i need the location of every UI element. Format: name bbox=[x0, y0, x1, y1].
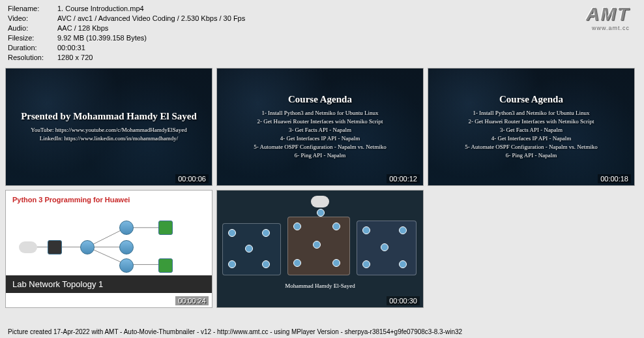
network-lines-icon bbox=[16, 211, 201, 273]
cloud-icon bbox=[19, 241, 37, 253]
timestamp-5: 00:00:30 bbox=[387, 296, 420, 305]
router-icon bbox=[158, 221, 173, 235]
thumbnail-3: Course Agenda 1- Install Python3 and Net… bbox=[428, 68, 635, 186]
duration-label: Duration: bbox=[8, 43, 57, 53]
thumbnail-1-content: Prsented by Mohammad Hamdy El Sayed YouT… bbox=[6, 69, 212, 185]
cloud-icon bbox=[311, 196, 329, 207]
network-diagram bbox=[16, 211, 201, 274]
filename-label: Filename: bbox=[8, 4, 57, 14]
thumbnail-grid: Prsented by Mohammad Hamdy El Sayed YouT… bbox=[0, 64, 644, 312]
presenter-title: Prsented by Mohammad Hamdy El Sayed bbox=[21, 111, 197, 122]
agenda-title-3: Course Agenda bbox=[499, 94, 563, 105]
agenda-item: 1- Install Python3 and Netmiko for Ubunt… bbox=[254, 109, 386, 117]
filename-value: 1. Course Introduction.mp4 bbox=[57, 4, 144, 14]
timestamp-4: 00:00:24 bbox=[175, 296, 209, 305]
topology-bar: Lab Network Topology 1 bbox=[6, 275, 212, 293]
agenda-item: 4- Get Interfaces IP API - Napalm bbox=[465, 134, 597, 143]
footer-text: Picture created 17-Apr-2022 with AMT - A… bbox=[8, 328, 462, 335]
agenda-item: 3- Get Facts API - Napalm bbox=[465, 126, 597, 134]
timestamp-1: 00:00:06 bbox=[175, 174, 209, 183]
router-icon bbox=[119, 240, 134, 254]
router-icon bbox=[80, 240, 95, 254]
thumbnail-3-content: Course Agenda 1- Install Python3 and Net… bbox=[428, 69, 634, 185]
metadata-table: Filename: 1. Course Introduction.mp4 Vid… bbox=[8, 4, 245, 63]
logo-subtext: www.amt.cc bbox=[586, 25, 630, 31]
duration-value: 00:00:31 bbox=[57, 43, 85, 53]
timestamp-2: 00:00:12 bbox=[387, 174, 420, 183]
agenda-item: 6- Ping API - Napalm bbox=[254, 151, 386, 160]
logo-text: AMT bbox=[586, 4, 630, 25]
timestamp-3: 00:00:18 bbox=[598, 174, 631, 183]
resolution-label: Resolution: bbox=[8, 53, 57, 63]
node-icon bbox=[293, 259, 301, 267]
agenda-item: 1- Install Python3 and Netmiko for Ubunt… bbox=[465, 109, 597, 117]
linkedin-link: LinkedIn: https://www.linkedin.com/in/mo… bbox=[31, 134, 186, 143]
agenda-item: 2- Get Huawei Router Interfaces with Net… bbox=[465, 117, 597, 126]
node-icon bbox=[228, 229, 236, 237]
agenda-lines-2: 1- Install Python3 and Netmiko for Ubunt… bbox=[254, 109, 386, 160]
amt-logo: AMT www.amt.cc bbox=[586, 4, 636, 31]
node-icon bbox=[332, 259, 340, 267]
audio-label: Audio: bbox=[8, 23, 57, 33]
node-icon bbox=[293, 223, 301, 230]
header: Filename: 1. Course Introduction.mp4 Vid… bbox=[0, 0, 644, 64]
agenda-item: 2- Get Huawei Router Interfaces with Net… bbox=[254, 117, 386, 126]
router-icon bbox=[119, 258, 134, 273]
video-label: Video: bbox=[8, 14, 57, 23]
agenda-item: 3- Get Facts API - Napalm bbox=[254, 126, 386, 134]
filesize-label: Filesize: bbox=[8, 33, 57, 43]
meta-row-duration: Duration: 00:00:31 bbox=[8, 43, 245, 53]
agenda-item: 5- Automate OSPF Configuration - Napalm … bbox=[254, 143, 386, 151]
node-icon bbox=[262, 229, 270, 237]
agenda-item: 5- Automate OSPF Configuration - Napalm … bbox=[465, 143, 597, 151]
thumbnail-5: Mohammad Hamdy El-Sayed 00:00:30 bbox=[216, 190, 424, 308]
node-icon bbox=[245, 245, 253, 253]
topology-header: Python 3 Programming for Huawei bbox=[12, 196, 130, 204]
meta-row-video: Video: AVC / avc1 / Advanced Video Codin… bbox=[8, 14, 245, 23]
node-icon bbox=[362, 226, 370, 234]
meta-row-resolution: Resolution: 1280 x 720 bbox=[8, 53, 245, 63]
node-icon bbox=[228, 260, 236, 268]
node-icon bbox=[332, 223, 340, 230]
author-caption: Mohammad Hamdy El-Sayed bbox=[217, 283, 423, 289]
router-icon bbox=[48, 240, 62, 254]
subnet-box bbox=[222, 223, 281, 275]
presenter-links: YouTube: https://www.youtube.com/c/Moham… bbox=[31, 126, 186, 143]
thumbnail-1: Prsented by Mohammad Hamdy El Sayed YouT… bbox=[5, 68, 212, 186]
agenda-item: 6- Ping API - Napalm bbox=[465, 151, 597, 160]
filesize-value: 9.92 MB (10.399.158 Bytes) bbox=[57, 33, 147, 43]
thumbnail-4: Python 3 Programming for Huawei Lab Netw… bbox=[5, 190, 212, 308]
thumbnail-2: Course Agenda 1- Install Python3 and Net… bbox=[216, 68, 424, 186]
youtube-link: YouTube: https://www.youtube.com/c/Moham… bbox=[31, 126, 186, 134]
node-icon bbox=[317, 209, 325, 217]
node-icon bbox=[313, 241, 321, 249]
meta-row-audio: Audio: AAC / 128 Kbps bbox=[8, 23, 245, 33]
node-icon bbox=[381, 243, 388, 251]
node-icon bbox=[399, 260, 407, 268]
audio-value: AAC / 128 Kbps bbox=[57, 23, 108, 33]
agenda-title-2: Course Agenda bbox=[288, 94, 352, 105]
thumbnail-2-content: Course Agenda 1- Install Python3 and Net… bbox=[217, 69, 423, 185]
subnet-box bbox=[357, 221, 417, 275]
node-icon bbox=[262, 260, 270, 268]
node-icon bbox=[399, 226, 407, 234]
node-icon bbox=[362, 260, 370, 268]
video-value: AVC / avc1 / Advanced Video Coding / 2.5… bbox=[57, 14, 245, 23]
router-icon bbox=[158, 258, 173, 273]
meta-row-filesize: Filesize: 9.92 MB (10.399.158 Bytes) bbox=[8, 33, 245, 43]
agenda-lines-3: 1- Install Python3 and Netmiko for Ubunt… bbox=[465, 109, 597, 160]
subnet-box bbox=[287, 217, 350, 275]
agenda-item: 4- Get Interfaces IP API - Napalm bbox=[254, 134, 386, 143]
meta-row-filename: Filename: 1. Course Introduction.mp4 bbox=[8, 4, 245, 14]
resolution-value: 1280 x 720 bbox=[57, 53, 93, 63]
router-icon bbox=[119, 221, 134, 235]
